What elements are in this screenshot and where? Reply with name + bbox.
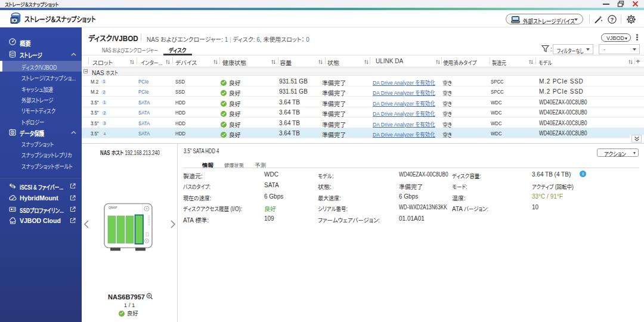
svg-text:?: ?	[611, 16, 614, 23]
svg-text:QNAP: QNAP	[109, 206, 117, 209]
